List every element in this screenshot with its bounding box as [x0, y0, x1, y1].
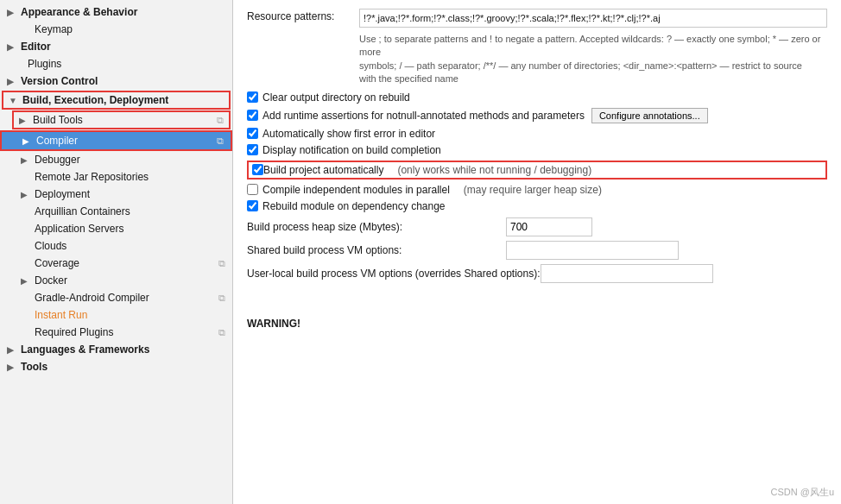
build-auto-note: (only works while not running / debuggin… — [397, 164, 591, 176]
sidebar-item-label: Keymap — [35, 23, 73, 35]
chevron-icon: ▶ — [21, 190, 31, 199]
add-runtime-label: Add runtime assertions for notnull-annot… — [262, 110, 585, 122]
chevron-icon: ▶ — [7, 77, 17, 86]
resource-patterns-row: Resource patterns: — [247, 9, 827, 28]
sidebar-item-required-plugins[interactable]: Required Plugins ⧉ — [0, 324, 232, 341]
sidebar-item-app-servers[interactable]: Application Servers — [0, 220, 232, 237]
sidebar-item-label: Remote Jar Repositories — [35, 171, 149, 183]
display-notification-checkbox[interactable] — [247, 144, 258, 155]
chevron-icon: ▶ — [7, 8, 17, 17]
shared-vm-label: Shared build process VM options: — [247, 244, 506, 256]
sidebar-item-docker[interactable]: ▶ Docker — [0, 272, 232, 289]
sidebar-item-label: Appearance & Behavior — [21, 6, 137, 18]
spacer: ▶ — [22, 136, 33, 146]
compile-independent-note: (may require larger heap size) — [464, 184, 602, 196]
build-auto-label: Build project automatically — [263, 164, 383, 176]
compile-independent-label: Compile independent modules in parallel — [262, 184, 450, 196]
clear-output-checkbox[interactable] — [247, 91, 258, 103]
display-notification-row: Display notification on build completion — [247, 144, 827, 156]
sidebar-item-arquillian[interactable]: Arquillian Containers — [0, 203, 232, 220]
sidebar-item-label: Docker — [35, 274, 67, 287]
resource-patterns-input[interactable] — [359, 9, 827, 28]
chevron-icon: ▶ — [21, 276, 31, 286]
show-first-error-label: Automatically show first error in editor — [262, 128, 435, 140]
chevron-icon: ▶ — [21, 155, 31, 165]
sidebar-item-label: Coverage — [35, 257, 79, 269]
shared-vm-input[interactable] — [506, 241, 679, 260]
sidebar-item-label: Gradle-Android Compiler — [35, 292, 149, 304]
sidebar-item-compiler[interactable]: ▶ Compiler ⧉ — [0, 130, 232, 151]
sidebar-item-version-control[interactable]: ▶ Version Control — [0, 72, 232, 90]
sidebar-item-clouds[interactable]: Clouds — [0, 237, 232, 255]
copy-icon: ⧉ — [217, 135, 224, 147]
sidebar-item-label: Tools — [21, 361, 47, 373]
sidebar-item-label: Debugger — [35, 154, 80, 166]
resource-patterns-hint: Use ; to separate patterns and ! to nega… — [359, 33, 827, 86]
sidebar-item-debugger[interactable]: ▶ Debugger — [0, 151, 232, 168]
sidebar-item-keymap[interactable]: Keymap — [0, 21, 232, 38]
show-first-error-checkbox[interactable] — [247, 128, 258, 139]
chevron-icon: ▶ — [7, 42, 17, 52]
sidebar-item-label: Editor — [21, 41, 51, 53]
sidebar-item-editor[interactable]: ▶ Editor — [0, 38, 232, 55]
display-notification-label: Display notification on build completion — [262, 144, 441, 156]
sidebar-item-instant-run[interactable]: Instant Run — [0, 306, 232, 324]
rebuild-module-checkbox[interactable] — [247, 200, 258, 211]
show-first-error-row: Automatically show first error in editor — [247, 128, 827, 140]
heap-size-row: Build process heap size (Mbytes): — [247, 217, 827, 236]
heap-size-label: Build process heap size (Mbytes): — [247, 221, 506, 233]
user-local-vm-row: User-local build process VM options (ove… — [247, 264, 827, 283]
sidebar-item-plugins[interactable]: Plugins — [0, 55, 232, 72]
watermark: CSDN @风生u — [770, 486, 834, 499]
user-local-vm-input[interactable] — [541, 264, 713, 283]
sidebar-item-remote-jar[interactable]: Remote Jar Repositories — [0, 168, 232, 186]
shared-vm-row: Shared build process VM options: — [247, 241, 827, 260]
sidebar-item-label: Clouds — [35, 240, 66, 252]
heap-size-input[interactable] — [506, 217, 592, 236]
sidebar-item-build-tools[interactable]: ▶ Build Tools ⧉ — [12, 110, 231, 129]
build-auto-checkbox[interactable] — [252, 164, 263, 175]
chevron-icon: ▶ — [7, 345, 17, 355]
sidebar-item-label: Deployment — [35, 188, 90, 200]
chevron-icon: ▶ — [19, 116, 29, 125]
copy-icon: ⧉ — [217, 115, 224, 126]
sidebar-item-label: Languages & Frameworks — [21, 343, 149, 356]
sidebar-item-label: Plugins — [28, 58, 61, 70]
sidebar-item-appearance[interactable]: ▶ Appearance & Behavior — [0, 3, 232, 21]
compile-independent-checkbox[interactable] — [247, 184, 258, 195]
copy-icon: ⧉ — [218, 327, 225, 338]
add-runtime-row: Add runtime assertions for notnull-annot… — [247, 108, 827, 123]
sidebar-item-label: Version Control — [21, 75, 98, 87]
user-local-vm-label: User-local build process VM options (ove… — [247, 268, 541, 280]
sidebar-item-languages[interactable]: ▶ Languages & Frameworks — [0, 341, 232, 358]
chevron-down-icon: ▼ — [9, 96, 19, 105]
sidebar-item-label: Required Plugins — [35, 326, 113, 338]
rebuild-module-row: Rebuild module on dependency change — [247, 200, 827, 212]
sidebar-item-label: Instant Run — [35, 309, 87, 321]
sidebar-item-label: Build, Execution, Deployment — [22, 94, 168, 106]
resource-patterns-label: Resource patterns: — [247, 9, 359, 22]
copy-icon: ⧉ — [218, 293, 225, 304]
chevron-icon: ▶ — [7, 362, 17, 372]
clear-output-row: Clear output directory on rebuild — [247, 91, 827, 104]
compile-independent-row: Compile independent modules in parallel … — [247, 184, 827, 196]
sidebar-item-label: Compiler — [36, 135, 78, 147]
build-auto-row: Build project automatically (only works … — [247, 161, 827, 180]
sidebar-item-deployment[interactable]: ▶ Deployment — [0, 186, 232, 203]
copy-icon: ⧉ — [218, 258, 225, 269]
configure-annotations-button[interactable]: Configure annotations... — [591, 108, 708, 123]
clear-output-label: Clear output directory on rebuild — [262, 91, 410, 104]
sidebar-item-gradle-android[interactable]: Gradle-Android Compiler ⧉ — [0, 289, 232, 306]
warning-label: WARNING! — [247, 318, 827, 330]
sidebar: ▶ Appearance & Behavior Keymap ▶ Editor … — [0, 0, 233, 504]
main-content: Resource patterns: Use ; to separate pat… — [233, 0, 841, 504]
sidebar-item-label: Application Servers — [35, 223, 123, 235]
sidebar-item-build-execution[interactable]: ▼ Build, Execution, Deployment — [2, 91, 231, 110]
sidebar-item-label: Build Tools — [33, 114, 83, 126]
sidebar-item-coverage[interactable]: Coverage ⧉ — [0, 255, 232, 272]
sidebar-item-label: Arquillian Containers — [35, 205, 130, 217]
sidebar-item-tools[interactable]: ▶ Tools — [0, 358, 232, 375]
add-runtime-checkbox[interactable] — [247, 110, 258, 121]
rebuild-module-label: Rebuild module on dependency change — [262, 200, 446, 212]
